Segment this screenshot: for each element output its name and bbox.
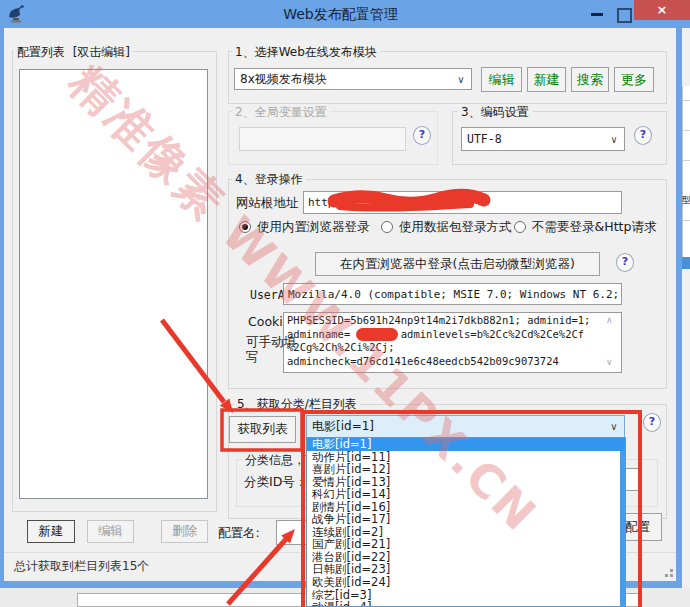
titlebar[interactable]: Web发布配置管理 × [0,0,690,28]
resize-grip[interactable] [658,564,674,578]
section5-title: 5、获取分类/栏目列表 [234,396,360,413]
radio-browser-login-label: 使用内置浏览器登录 [257,219,370,236]
chevron-down-icon: ∨ [453,69,469,89]
global-var-input [239,127,406,151]
section3-title: 3、编码设置 [458,104,532,121]
help-icon[interactable]: ? [634,126,652,145]
help-icon[interactable]: ? [616,253,634,272]
dropdown-option[interactable]: 电影[id=1] [307,438,625,451]
config-list-label: 配置列表 [双击编辑] [14,44,133,61]
module-search-button[interactable]: 搜索 [571,67,609,92]
background-window-strip: 型 [682,28,690,607]
window-border-left [0,28,4,581]
help-icon[interactable]: ? [643,413,661,432]
scroll-down-icon[interactable]: ∨ [606,357,613,367]
category-select[interactable]: 电影[id=1] ∨ [306,415,625,438]
radio-packet-login[interactable] [381,221,393,233]
background-text-fragment: 型 [682,194,690,207]
help-icon[interactable]: ? [413,126,431,145]
useragent-input[interactable]: Mozilla/4.0 (compatible; MSIE 7.0; Windo… [283,283,622,305]
section4-title: 4、登录操作 [232,171,306,188]
chevron-down-icon: ∨ [606,128,622,150]
dropdown-scrollbar[interactable] [620,451,626,607]
dropdown-option[interactable]: 欧美剧[id=24] [307,576,625,589]
site-url-label: 网站根地址： [236,195,311,212]
web-publish-config-window: Web发布配置管理 × 型 配置列表 [双击编辑] 1、选择Web在线发布模块 … [0,0,690,607]
chevron-down-icon: ∨ [606,416,622,437]
config-edit-button[interactable]: 编辑 [87,520,134,543]
scroll-up-icon[interactable]: ∧ [606,315,613,325]
cookie-line: adminname= adminlevels=b%2Cc%2Cd%2Ce%2Cf [287,328,605,342]
dropdown-option[interactable]: 动漫[id=4] [307,601,625,607]
config-listbox[interactable] [19,69,208,499]
section2-title: 2、全局变量设置 [232,104,330,121]
config-new-button[interactable]: 新建 [27,520,75,543]
encoding-select[interactable]: UTF-8 ∨ [461,127,625,151]
radio-no-login-label: 不需要登录&Http请求 [532,219,656,236]
maximize-icon[interactable] [617,8,632,23]
cookie-line: %2Cg%2Ch%2Ci%2Cj; [287,341,605,355]
radio-browser-login[interactable] [239,221,251,233]
module-new-button[interactable]: 新建 [527,67,566,92]
cookie-line: PHPSESSID=5b691h24np9t14m2i7dkb882n1; ad… [287,314,605,328]
background-scrollbar-fragment [682,257,690,269]
config-delete-button[interactable]: 删除 [161,520,208,543]
dropdown-option[interactable]: 喜剧片[id=12] [307,463,625,476]
cookie-textarea[interactable]: PHPSESSID=5b691h24np9t14m2i7dkb882n1; ad… [283,312,622,373]
module-edit-button[interactable]: 编辑 [481,67,522,92]
fetch-list-button[interactable]: 获取列表 [229,416,296,443]
minimize-icon [591,13,603,16]
browser-login-button[interactable]: 在内置浏览器中登录(点击启动微型浏览器) [315,252,600,276]
category-id-label: 分类ID号： [244,474,307,491]
section1-title: 1、选择Web在线发布模块 [232,44,380,61]
category-dropdown-list[interactable]: 电影[id=1] 动作片[id=11] 喜剧片[id=12] 爱情片[id=13… [306,437,626,607]
config-name-label: 配置名: [218,525,260,542]
window-title: Web发布配置管理 [0,0,681,28]
module-more-button[interactable]: 更多 [614,67,654,92]
radio-no-login[interactable] [514,221,526,233]
manual-fill-label2: 写 [246,349,259,366]
cookie-line: admincheck=d76cd141e6c48eedcb542b09c9073… [287,355,605,369]
site-url-input[interactable]: http:// [303,191,622,214]
status-text: 总计获取到栏目列表15个 [14,558,149,575]
radio-packet-login-label: 使用数据包登录方式 [399,219,512,236]
dropdown-option[interactable]: 科幻片[id=14] [307,488,625,501]
module-select[interactable]: 8x视频发布模块 ∨ [234,68,472,90]
dropdown-option[interactable]: 战争片[id=17] [307,513,625,526]
close-button[interactable]: × [634,0,690,20]
